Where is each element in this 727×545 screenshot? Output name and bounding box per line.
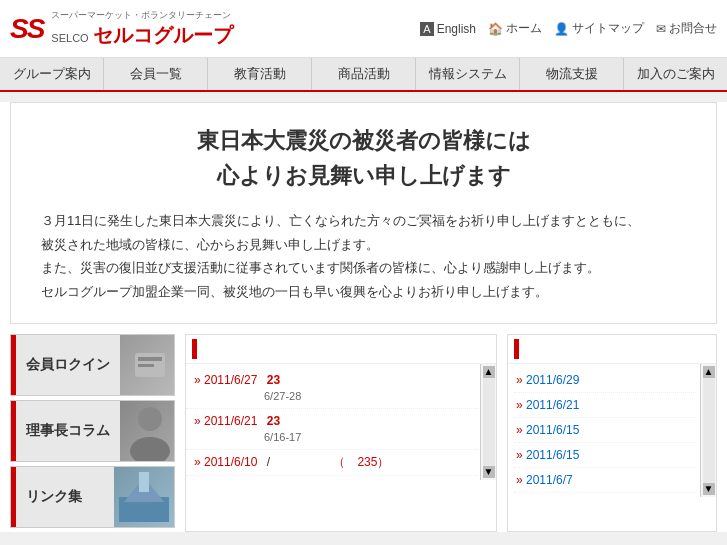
mail-icon: ✉	[656, 22, 666, 36]
news-date-2: » 2011/6/21	[194, 414, 257, 428]
right-news-3[interactable]: 2011/6/15	[514, 418, 696, 443]
english-label: English	[437, 22, 476, 36]
nav-logistics[interactable]: 物流支援	[520, 58, 624, 90]
right-scroll-track	[703, 378, 715, 483]
svg-point-4	[130, 437, 170, 461]
nav-group[interactable]: グループ案内	[0, 58, 104, 90]
nav-english[interactable]: A English	[420, 22, 476, 36]
news-num-3: （ 235）	[333, 455, 389, 469]
right-scrollbar[interactable]: ▲ ▼	[700, 364, 716, 497]
nav-members[interactable]: 会員一覧	[104, 58, 208, 90]
right-news-1[interactable]: 2011/6/29	[514, 368, 696, 393]
right-col-header	[508, 335, 716, 364]
selco-text: SELCO	[51, 32, 88, 44]
sidebar-left: 会員ロクイン 理事長コラム	[10, 334, 175, 532]
announcement-box: 東日本大震災の被災者の皆様には 心よりお見舞い申し上げます ３月11日に発生した…	[10, 102, 717, 324]
news-num-1: 23	[267, 373, 280, 387]
header-nav: A English 🏠 ホーム 👤 サイトマップ ✉ お問合せ	[420, 20, 717, 37]
right-scroll-up-btn[interactable]: ▲	[703, 366, 715, 378]
scroll-up-btn[interactable]: ▲	[483, 366, 495, 378]
link-image	[114, 467, 174, 527]
links-label: リンク集	[16, 488, 114, 506]
ss-icon: SS	[10, 13, 43, 45]
announcement-body: ３月11日に発生した東日本大震災により、亡くなられた方々のご冥福をお祈り申し上げ…	[41, 209, 686, 303]
sidebar-column[interactable]: 理事長コラム	[10, 400, 175, 462]
group-name: セルコグループ	[93, 22, 233, 49]
right-news-scroll-area: 2011/6/29 2011/6/21 2011/6/15 2011/6/15 …	[508, 364, 716, 497]
center-col-header	[186, 335, 496, 364]
nav-sitemap[interactable]: 👤 サイトマップ	[554, 20, 644, 37]
right-news-list: 2011/6/29 2011/6/21 2011/6/15 2011/6/15 …	[508, 364, 716, 497]
news-item-3[interactable]: » 2011/6/10 / （ 235）	[186, 450, 478, 476]
svg-rect-1	[138, 357, 162, 361]
home-label: ホーム	[506, 20, 542, 37]
link-img-icon	[119, 472, 169, 522]
announcement-title-line2: 心よりお見舞い申し上げます	[217, 163, 511, 188]
news-item-1[interactable]: » 2011/6/27 23 6/27-28	[186, 368, 478, 409]
svg-rect-7	[139, 472, 149, 492]
right-news-5[interactable]: 2011/6/7	[514, 468, 696, 493]
nav-it[interactable]: 情報システム	[416, 58, 520, 90]
login-image	[120, 335, 175, 395]
center-news-scroll-area: » 2011/6/27 23 6/27-28 » 2011/6/21 23 6/…	[186, 364, 496, 480]
lower-section: 会員ロクイン 理事長コラム	[10, 334, 717, 532]
right-news-2[interactable]: 2011/6/21	[514, 393, 696, 418]
news-sub-2: 6/16-17	[194, 430, 470, 445]
logo-text-block: スーパーマーケット・ボランタリーチェーン SELCO セルコグループ	[51, 9, 232, 49]
column-label: 理事長コラム	[16, 422, 120, 440]
logo-subtext: スーパーマーケット・ボランタリーチェーン	[51, 9, 232, 22]
nav-education[interactable]: 教育活動	[208, 58, 312, 90]
logo-ss-mark: SS	[10, 13, 43, 45]
scroll-track	[483, 378, 495, 466]
svg-rect-2	[138, 364, 154, 367]
main-nav: グループ案内 会員一覧 教育活動 商品活動 情報システム 物流支援 加入のご案内	[0, 58, 727, 92]
english-icon: A	[420, 22, 433, 36]
login-icon	[130, 345, 170, 385]
announcement-title: 東日本大震災の被災者の皆様には 心よりお見舞い申し上げます	[41, 123, 686, 193]
nav-home[interactable]: 🏠 ホーム	[488, 20, 542, 37]
person-icon	[120, 401, 175, 461]
news-slash: /	[267, 455, 270, 469]
contact-label: お問合せ	[669, 20, 717, 37]
scroll-down-btn[interactable]: ▼	[483, 466, 495, 478]
svg-point-3	[138, 407, 162, 431]
right-news-4[interactable]: 2011/6/15	[514, 443, 696, 468]
nav-products[interactable]: 商品活動	[312, 58, 416, 90]
news-num-2: 23	[267, 414, 280, 428]
announcement-title-line1: 東日本大震災の被災者の皆様には	[197, 128, 531, 153]
news-date-1: » 2011/6/27	[194, 373, 257, 387]
nav-join[interactable]: 加入のご案内	[624, 58, 727, 90]
center-red-bar	[192, 339, 197, 359]
sidebar-login[interactable]: 会員ロクイン	[10, 334, 175, 396]
news-item-2[interactable]: » 2011/6/21 23 6/16-17	[186, 409, 478, 450]
sitemap-label: サイトマップ	[572, 20, 644, 37]
right-scroll-down-btn[interactable]: ▼	[703, 483, 715, 495]
sidebar-links[interactable]: リンク集	[10, 466, 175, 528]
main-content: 東日本大震災の被災者の皆様には 心よりお見舞い申し上げます ３月11日に発生した…	[0, 102, 727, 532]
news-sub-1: 6/27-28	[194, 389, 470, 404]
logo-area: SS スーパーマーケット・ボランタリーチェーン SELCO セルコグループ	[10, 9, 233, 49]
sitemap-icon: 👤	[554, 22, 569, 36]
login-label: 会員ロクイン	[16, 356, 120, 374]
center-news-col: » 2011/6/27 23 6/27-28 » 2011/6/21 23 6/…	[185, 334, 497, 532]
nav-contact[interactable]: ✉ お問合せ	[656, 20, 717, 37]
right-news-col: 2011/6/29 2011/6/21 2011/6/15 2011/6/15 …	[507, 334, 717, 532]
column-image	[120, 401, 175, 461]
home-icon: 🏠	[488, 22, 503, 36]
center-scrollbar[interactable]: ▲ ▼	[480, 364, 496, 480]
right-red-bar	[514, 339, 519, 359]
news-date-3: » 2011/6/10	[194, 455, 257, 469]
center-news-list[interactable]: » 2011/6/27 23 6/27-28 » 2011/6/21 23 6/…	[186, 364, 496, 480]
page-header: SS スーパーマーケット・ボランタリーチェーン SELCO セルコグループ A …	[0, 0, 727, 58]
